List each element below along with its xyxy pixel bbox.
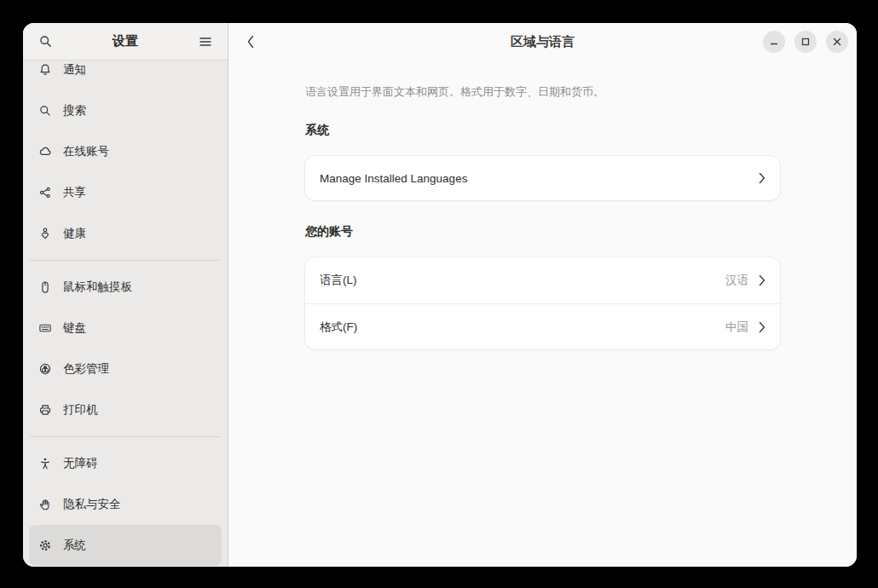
formats-row[interactable]: 格式(F) 中国: [305, 303, 780, 349]
system-card: Manage Installed Languages: [305, 156, 780, 200]
cloud-icon: [38, 145, 52, 159]
sidebar-separator: [30, 436, 221, 437]
sidebar-item-label: 共享: [63, 185, 86, 200]
accessibility-icon: [38, 457, 52, 470]
sidebar-item-sharing[interactable]: 共享: [29, 172, 222, 213]
manage-installed-languages-row[interactable]: Manage Installed Languages: [305, 156, 780, 200]
language-row[interactable]: 语言(L) 汉语: [305, 257, 780, 303]
sidebar-list: 通知 搜索 在线账号 共享: [29, 61, 222, 566]
gear-icon: [38, 539, 52, 552]
row-label: 语言(L): [320, 273, 725, 288]
sidebar-item-label: 搜索: [63, 103, 86, 118]
minimize-icon: [769, 37, 779, 47]
close-button[interactable]: [826, 31, 848, 53]
sidebar-item-search[interactable]: 搜索: [29, 90, 222, 131]
main-headerbar: 区域与语言: [228, 23, 857, 61]
sidebar-item-privacy-security[interactable]: 隐私与安全: [29, 484, 222, 525]
sidebar-item-printers[interactable]: 打印机: [29, 389, 222, 430]
desktop-background: 设置 通知 搜索 在线账号: [0, 0, 878, 588]
wellbeing-icon: [38, 227, 52, 240]
section-header-your-account: 您的账号: [305, 224, 780, 239]
your-account-card: 语言(L) 汉语 格式(F) 中国: [305, 257, 780, 349]
row-value: 汉语: [725, 273, 748, 288]
sidebar-item-wellbeing[interactable]: 健康: [29, 213, 222, 254]
sidebar-item-system[interactable]: 系统: [29, 525, 222, 566]
chevron-left-icon: [246, 34, 255, 49]
maximize-button[interactable]: [794, 31, 817, 53]
back-button[interactable]: [237, 28, 264, 55]
sidebar-item-label: 打印机: [63, 402, 98, 418]
chevron-right-icon: [759, 321, 765, 333]
main-menu-button[interactable]: [192, 28, 219, 55]
sidebar-item-keyboard[interactable]: 键盘: [29, 308, 222, 349]
mouse-icon: [38, 280, 52, 294]
sidebar-item-mouse-touchpad[interactable]: 鼠标和触摸板: [29, 267, 222, 308]
sidebar-separator: [30, 260, 221, 261]
sidebar-item-online-accounts[interactable]: 在线账号: [29, 131, 222, 172]
sidebar-title: 设置: [113, 33, 138, 49]
hamburger-menu-icon: [199, 36, 212, 48]
row-value: 中国: [725, 320, 748, 335]
section-header-system: 系统: [305, 123, 780, 138]
sidebar-item-accessibility[interactable]: 无障碍: [29, 443, 222, 484]
search-icon: [38, 34, 53, 49]
sidebar-item-color[interactable]: 色彩管理: [29, 349, 222, 389]
sidebar-item-notifications[interactable]: 通知: [29, 61, 222, 90]
sidebar-item-label: 通知: [63, 62, 86, 78]
search-button[interactable]: [32, 28, 59, 55]
hand-icon: [38, 498, 52, 511]
sidebar-item-label: 色彩管理: [63, 361, 109, 377]
page-description: 语言设置用于界面文本和网页。格式用于数字、日期和货币。: [305, 84, 780, 99]
main-panel: 区域与语言 语言设置用于界面文本和网页。格式用于数: [228, 23, 857, 567]
sidebar: 设置 通知 搜索 在线账号: [23, 23, 228, 567]
maximize-icon: [800, 37, 811, 47]
keyboard-icon: [38, 321, 52, 335]
sidebar-item-label: 无障碍: [63, 456, 98, 471]
bell-icon: [38, 63, 52, 77]
sidebar-item-label: 在线账号: [63, 144, 109, 159]
sidebar-item-label: 隐私与安全: [63, 497, 121, 512]
color-icon: [38, 362, 52, 376]
region-language-content: 语言设置用于界面文本和网页。格式用于数字、日期和货币。 系统 Manage In…: [305, 84, 780, 349]
sidebar-item-label: 鼠标和触摸板: [63, 280, 132, 295]
sidebar-item-label: 系统: [63, 538, 86, 553]
printer-icon: [38, 403, 52, 417]
window-controls: [763, 31, 848, 53]
sidebar-item-label: 健康: [63, 226, 86, 241]
settings-window: 设置 通知 搜索 在线账号: [23, 23, 857, 567]
chevron-right-icon: [759, 172, 765, 184]
sidebar-headerbar: 设置: [23, 23, 228, 61]
close-icon: [832, 37, 842, 47]
row-label: Manage Installed Languages: [320, 172, 759, 185]
minimize-button[interactable]: [763, 31, 785, 53]
share-icon: [38, 186, 52, 199]
row-label: 格式(F): [320, 320, 725, 335]
search-icon: [38, 104, 52, 118]
chevron-right-icon: [759, 274, 765, 286]
sidebar-scroll-area[interactable]: 通知 搜索 在线账号 共享: [23, 61, 228, 567]
sidebar-item-label: 键盘: [63, 320, 86, 336]
